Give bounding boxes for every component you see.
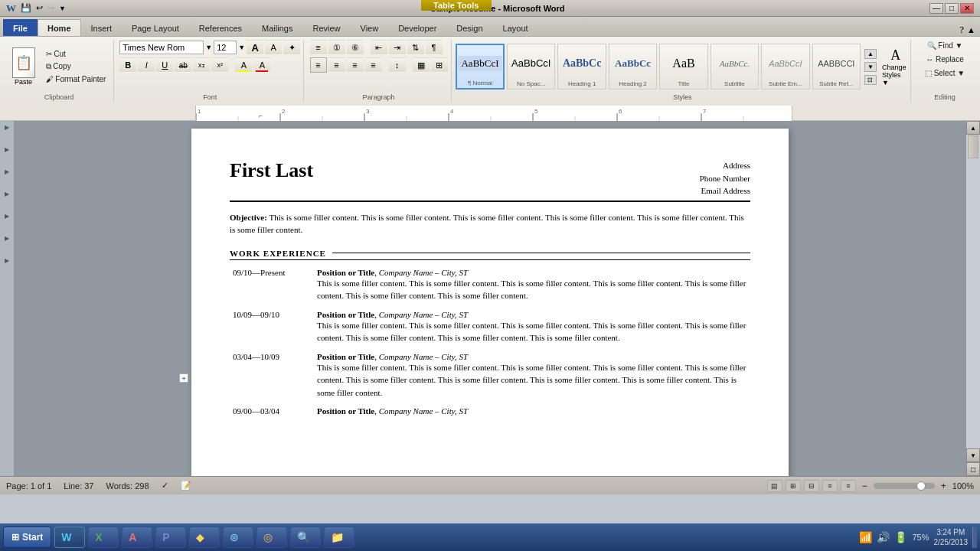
network-tray-icon[interactable]: 📶 [859,531,872,543]
volume-tray-icon[interactable]: 🔊 [877,531,890,543]
multilevel-button[interactable]: ⑥ [347,40,364,55]
print-layout-button[interactable]: ▤ [767,480,782,492]
taskbar-network[interactable]: ⊛ [223,527,253,548]
zoom-slider[interactable] [874,483,935,489]
zoom-plus[interactable]: + [941,481,946,491]
system-clock[interactable]: 3:24 PM 2/25/2013 [934,527,969,547]
text-highlight-button[interactable]: A [235,57,252,73]
minimize-button[interactable]: — [929,3,943,14]
left-sidebar-arrow5[interactable]: ▶ [5,213,9,220]
left-sidebar-arrow3[interactable]: ▶ [5,168,9,175]
proofing-icon[interactable]: ✓ [162,481,168,491]
align-right-button[interactable]: ≡ [347,57,364,73]
battery-tray-icon[interactable]: 🔋 [894,531,907,543]
quick-more[interactable]: ▼ [59,5,66,12]
tab-references[interactable]: References [189,19,252,36]
show-formatting-button[interactable]: ¶ [426,40,443,55]
borders-button[interactable]: ⊞ [431,57,448,73]
style-subtle-em[interactable]: AaBbCcI Subtle Em... [761,44,809,90]
maximize-button[interactable]: □ [945,3,959,14]
styles-scroll-down[interactable]: ▼ [864,62,877,72]
bold-button[interactable]: B [119,57,136,73]
tab-file[interactable]: File [3,19,38,36]
decrease-indent-button[interactable]: ⇤ [371,40,387,55]
expand-handle[interactable]: + [179,373,188,383]
styles-scroll[interactable]: ▲ ▼ ⊡ [864,49,877,85]
bullets-button[interactable]: ≡ [310,40,327,55]
zoom-minus[interactable]: − [862,481,867,491]
align-left-button[interactable]: ≡ [310,57,327,73]
style-normal[interactable]: AaBbCcI ¶ Normal [456,44,505,90]
taskbar-app5[interactable]: ◆ [189,527,220,548]
ribbon-help[interactable]: ? [959,24,964,36]
grow-font-button[interactable]: A [247,40,263,55]
font-size-dropdown[interactable]: ▼ [238,44,245,51]
style-heading1[interactable]: AaBbCc Heading 1 [557,44,606,90]
taskbar-files[interactable]: 📁 [324,527,354,548]
style-no-spacing[interactable]: AaBbCcI No Spac... [507,44,555,90]
tab-mailings[interactable]: Mailings [252,19,302,36]
find-button[interactable]: 🔍 Find ▼ [923,40,967,51]
change-styles-button[interactable]: A ChangeStyles ▼ [882,47,910,86]
tab-review[interactable]: Review [302,19,350,36]
format-painter-button[interactable]: 🖌 Format Painter [42,73,110,85]
taskbar-access[interactable]: A [122,527,152,548]
sort-button[interactable]: ⇅ [407,40,424,55]
cut-button[interactable]: ✂ Cut [42,48,110,60]
paste-button[interactable]: 📋 Paste [8,44,39,90]
zoom-thumb[interactable] [916,481,926,491]
style-subtitle[interactable]: AaBbCc. Subtitle [710,44,759,90]
start-button[interactable]: ⊞ Start [3,527,51,548]
style-title[interactable]: AaB Title [659,44,707,90]
tab-view[interactable]: View [351,19,389,36]
justify-button[interactable]: ≡ [365,57,382,73]
taskbar-chrome[interactable]: ◎ [256,527,287,548]
draft-view-button[interactable]: ≡ [841,480,856,492]
quick-undo[interactable]: ↩ [36,3,43,13]
style-heading2[interactable]: AaBbCc Heading 2 [609,44,657,90]
vertical-scrollbar[interactable]: ▲ ▼ □ [966,121,980,476]
show-desktop-button[interactable] [972,527,977,548]
paste-area[interactable]: 📋 Paste [8,44,39,90]
style-subtle-ref[interactable]: AaBbCcI Subtle Ref... [812,44,861,90]
full-screen-button[interactable]: ⊞ [786,480,801,492]
font-name-dropdown[interactable]: ▼ [205,44,212,51]
styles-scroll-up[interactable]: ▲ [864,49,877,59]
close-button[interactable]: ✕ [960,3,974,14]
quick-save[interactable]: 💾 [21,3,31,13]
taskbar-excel[interactable]: X [88,527,119,548]
font-name-input[interactable] [119,41,204,54]
tab-page-layout[interactable]: Page Layout [122,19,189,36]
scroll-thumb[interactable] [968,135,978,158]
styles-more[interactable]: ⊡ [864,75,877,85]
subscript-button[interactable]: x₂ [193,57,210,73]
outline-view-button[interactable]: ≡ [822,480,838,492]
left-sidebar-arrow6[interactable]: ▶ [5,235,9,242]
tab-design[interactable]: Design [446,19,492,36]
align-center-button[interactable]: ≡ [328,57,345,73]
tab-layout[interactable]: Layout [493,19,538,36]
shading-button[interactable]: ▦ [413,57,430,73]
quick-redo[interactable]: ↪ [47,3,54,13]
superscript-button[interactable]: x² [211,57,228,73]
table-tools-tab[interactable]: Table Tools [421,0,492,11]
tab-insert[interactable]: Insert [81,19,122,36]
track-changes-icon[interactable]: 📝 [181,481,191,491]
select-button[interactable]: ⬚ Select ▼ [921,67,969,79]
taskbar-publisher[interactable]: P [155,527,186,548]
strikethrough-button[interactable]: ab [175,57,191,73]
font-color-button[interactable]: A [253,57,270,73]
web-layout-button[interactable]: ⊟ [804,480,819,492]
taskbar-word[interactable]: W [54,527,85,548]
ribbon-right-controls[interactable]: ? ▲ [959,24,980,36]
numbering-button[interactable]: ① [328,40,345,55]
shrink-font-button[interactable]: A [265,40,282,55]
replace-button[interactable]: ↔ Replace [922,54,967,65]
scroll-up-button[interactable]: ▲ [966,121,980,135]
left-sidebar-arrow1[interactable]: ▶ [5,124,9,131]
tab-home[interactable]: Home [38,19,81,36]
underline-button[interactable]: U [156,57,173,73]
font-size-input[interactable] [214,41,237,54]
scroll-bottom-button[interactable]: □ [966,462,980,476]
left-sidebar-arrow4[interactable]: ▶ [5,191,9,197]
